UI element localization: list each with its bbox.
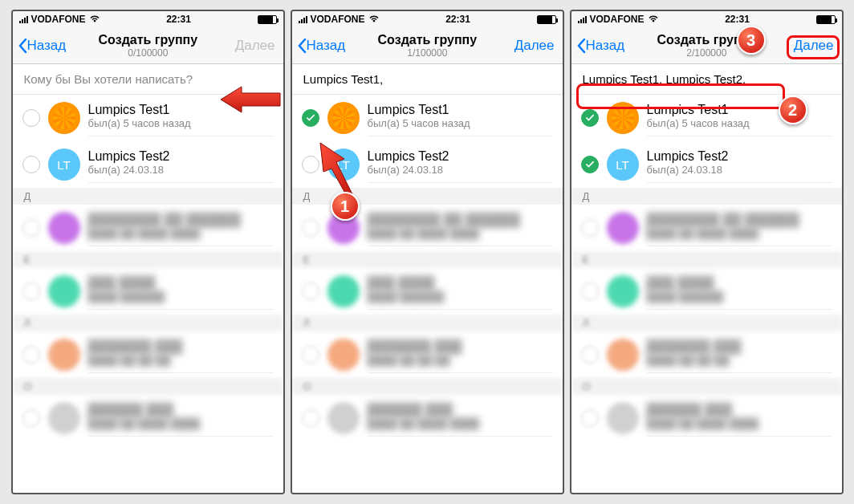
- highlight-box-next: [787, 35, 840, 59]
- section-header-blurred: Е: [13, 251, 283, 268]
- battery-icon: [258, 15, 277, 24]
- callout-2: 2: [779, 96, 807, 124]
- signal-icon: [578, 16, 587, 23]
- section-header: Д: [571, 188, 842, 205]
- contact-list: Lumpics Test1был(а) 5 часов назад LT Lum…: [571, 95, 842, 493]
- contact-row[interactable]: Lumpics Test1был(а) 5 часов назад: [292, 95, 563, 141]
- checkmark-icon: [585, 114, 595, 122]
- avatar: LT: [607, 148, 639, 181]
- section-header-blurred: Л: [13, 315, 283, 331]
- back-label: Назад: [586, 38, 625, 54]
- contact-name: Lumpics Test2: [368, 149, 553, 164]
- nav-title-box: Создать группу 0/100000: [66, 33, 230, 59]
- chevron-left-icon: [576, 38, 586, 54]
- carrier-label: VODAFONE: [590, 14, 645, 25]
- avatar: LT: [48, 148, 80, 181]
- next-button[interactable]: Далее: [510, 38, 558, 54]
- status-bar: VODAFONE 22:31: [292, 11, 563, 27]
- nav-bar: Назад Создать группу1/100000 Далее: [292, 27, 563, 64]
- status-right: [258, 15, 277, 24]
- chevron-left-icon: [297, 38, 307, 54]
- contact-status: был(а) 5 часов назад: [88, 117, 274, 129]
- callout-3: 3: [737, 26, 766, 55]
- contact-info: Lumpics Test1 был(а) 5 часов назад: [88, 100, 274, 136]
- contact-status: был(а) 24.03.18: [88, 164, 274, 176]
- contact-status: был(а) 24.03.18: [368, 164, 553, 176]
- avatar: [327, 102, 360, 134]
- nav-title: Создать группу: [345, 33, 509, 47]
- contact-row-blurred[interactable]: ████████ ██ ██████████ ██ ████ ████: [571, 205, 842, 251]
- carrier-label: VODAFONE: [311, 14, 365, 25]
- check-circle-checked[interactable]: [581, 109, 599, 127]
- battery-icon: [816, 15, 836, 24]
- check-circle[interactable]: [302, 156, 319, 173]
- check-circle[interactable]: [22, 109, 40, 127]
- back-label: Назад: [27, 38, 67, 54]
- section-header-blurred: О: [13, 378, 283, 395]
- contact-list: Lumpics Test1 был(а) 5 часов назад LT Lu…: [13, 95, 283, 493]
- status-time: 22:31: [445, 14, 470, 25]
- phone-screen-3: VODAFONE 22:31 Назад Создать группу2/100…: [570, 10, 844, 494]
- next-button[interactable]: Далее: [230, 38, 279, 54]
- contact-row-blurred[interactable]: ███ ████████ ██████: [292, 268, 563, 315]
- wifi-icon: [368, 15, 380, 23]
- contact-list: Lumpics Test1был(а) 5 часов назад LT Lum…: [292, 95, 563, 493]
- contact-row[interactable]: LT Lumpics Test2 был(а) 24.03.18: [13, 141, 283, 188]
- signal-icon: [19, 16, 28, 23]
- status-bar: VODAFONE 22:31: [13, 11, 283, 27]
- phone-screen-1: VODAFONE 22:31 Назад Создать группу 0/10…: [11, 10, 285, 494]
- back-button[interactable]: Назад: [576, 38, 625, 54]
- back-button[interactable]: Назад: [18, 38, 67, 54]
- search-field[interactable]: Lumpics Test1,: [292, 64, 563, 95]
- contact-row-blurred[interactable]: ██████ ███████ ██ ████ ████: [571, 395, 842, 441]
- nav-count: 0/100000: [66, 47, 230, 59]
- status-time: 22:31: [725, 14, 750, 25]
- checkmark-icon: [306, 114, 315, 122]
- contact-name: Lumpics Test2: [647, 149, 832, 164]
- carrier-label: VODAFONE: [31, 14, 86, 25]
- contact-status: был(а) 24.03.18: [647, 164, 832, 176]
- contact-row[interactable]: Lumpics Test1 был(а) 5 часов назад: [13, 95, 283, 141]
- contact-row-blurred[interactable]: ███████ ███████ ██ ██ ██: [13, 331, 283, 378]
- wifi-icon: [89, 15, 100, 23]
- contact-row-blurred[interactable]: ██████ ███████ ██ ████ ████: [292, 395, 563, 441]
- contact-info: Lumpics Test2 был(а) 24.03.18: [88, 146, 274, 183]
- contact-row-blurred[interactable]: ████████ ██ ██████████ ██ ████ ████: [13, 205, 283, 251]
- wifi-icon: [648, 15, 659, 23]
- battery-icon: [537, 15, 556, 24]
- checkmark-icon: [585, 161, 595, 169]
- contact-name: Lumpics Test1: [88, 103, 274, 117]
- phone-screen-2: VODAFONE 22:31 Назад Создать группу1/100…: [291, 10, 564, 494]
- contact-row-blurred[interactable]: ██████ ███████ ██ ████ ████: [13, 395, 283, 441]
- nav-title: Создать группу: [66, 33, 230, 47]
- nav-count: 2/100000: [624, 47, 788, 59]
- callout-1: 1: [331, 192, 360, 221]
- contact-row-blurred[interactable]: ███ ████████ ██████: [13, 268, 283, 315]
- contact-row-blurred[interactable]: ███ ████████ ██████: [571, 268, 842, 315]
- highlight-box-search: [576, 83, 785, 109]
- contact-row[interactable]: LT Lumpics Test2был(а) 24.03.18: [292, 141, 563, 188]
- back-button[interactable]: Назад: [297, 38, 346, 54]
- back-label: Назад: [307, 38, 346, 54]
- signal-icon: [299, 16, 307, 23]
- check-circle-checked[interactable]: [581, 156, 599, 173]
- contact-row[interactable]: LT Lumpics Test2был(а) 24.03.18: [571, 141, 842, 188]
- nav-bar: Назад Создать группу 0/100000 Далее: [13, 27, 283, 64]
- check-circle-checked[interactable]: [302, 109, 319, 127]
- status-time: 22:31: [166, 14, 191, 25]
- nav-count: 1/100000: [345, 47, 509, 59]
- contact-name: Lumpics Test2: [88, 149, 274, 164]
- chevron-left-icon: [18, 38, 27, 54]
- section-header: Д: [13, 188, 283, 205]
- avatar: [48, 102, 80, 134]
- status-bar: VODAFONE 22:31: [571, 11, 842, 27]
- search-field[interactable]: Кому бы Вы хотели написать?: [13, 64, 283, 95]
- contact-row-blurred[interactable]: ███████ ███████ ██ ██ ██: [571, 331, 842, 378]
- avatar: LT: [327, 148, 360, 181]
- contact-status: был(а) 5 часов назад: [368, 117, 553, 129]
- status-left: VODAFONE: [19, 14, 100, 25]
- contact-row-blurred[interactable]: ███████ ███████ ██ ██ ██: [292, 331, 563, 378]
- check-circle[interactable]: [22, 156, 40, 173]
- contact-name: Lumpics Test1: [368, 103, 553, 117]
